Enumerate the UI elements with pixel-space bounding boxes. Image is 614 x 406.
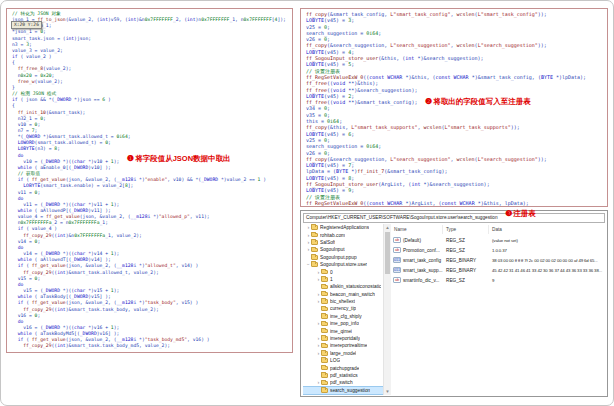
value-type: REG_SZ bbox=[443, 238, 489, 243]
tree-item[interactable]: LOG bbox=[303, 357, 383, 364]
tree-item[interactable]: search_suggestion bbox=[303, 387, 383, 394]
tree-item[interactable]: ›imereportrealtime bbox=[303, 342, 383, 349]
folder-icon bbox=[311, 225, 318, 230]
tree-item-label: 0 bbox=[330, 270, 333, 275]
tree-item[interactable]: patchupgrade bbox=[303, 364, 383, 371]
folder-icon bbox=[311, 255, 318, 260]
value-type: REG_SZ bbox=[443, 248, 489, 253]
tree-item[interactable]: ›SalSoft bbox=[303, 239, 383, 246]
tree-item[interactable]: ›ime_pop_info bbox=[303, 320, 383, 327]
folder-icon bbox=[321, 270, 328, 275]
code-line: ff_RegSetValueExW_0((const WCHAR *)ArgLi… bbox=[306, 200, 607, 206]
tree-item-label: beacon_main_switch bbox=[330, 292, 375, 297]
tree-item[interactable]: ›SogouInput bbox=[303, 246, 383, 253]
tree-item[interactable]: ›1 bbox=[303, 276, 383, 283]
scrollbar-thumb[interactable] bbox=[385, 232, 390, 274]
column-header-name[interactable]: Name bbox=[391, 225, 443, 234]
tree-item-label: pdf_switch bbox=[330, 380, 353, 385]
folder-icon bbox=[311, 240, 318, 245]
folder-icon bbox=[321, 329, 328, 334]
tree-item-label: SalSoft bbox=[320, 240, 335, 245]
tree-item[interactable]: ime_cfg_shiply bbox=[303, 313, 383, 320]
folder-icon bbox=[321, 314, 328, 319]
value-data: 1.0.0.37 bbox=[489, 248, 605, 253]
tree-item[interactable]: ›imereportdaily bbox=[303, 335, 383, 342]
folder-icon bbox=[311, 262, 318, 267]
tree-item[interactable]: ›beacon_main_switch bbox=[303, 291, 383, 298]
tree-item[interactable]: allskin_statusiconostatic bbox=[303, 283, 383, 290]
circled-one-icon: ❶ bbox=[127, 154, 134, 163]
registry-value-list: Name Type Data ab(Default)REG_SZ(value n… bbox=[391, 224, 605, 395]
registry-value-row[interactable]: ab(Default)REG_SZ(value not set) bbox=[391, 235, 605, 245]
value-type: REG_BINARY bbox=[443, 268, 489, 273]
folder-icon bbox=[321, 366, 328, 371]
tree-item[interactable]: ime_qimei bbox=[303, 327, 383, 334]
folder-icon bbox=[321, 307, 328, 312]
decompiler-panel-registry-write[interactable]: ff_copy(&smart_task_config, L"smart_task… bbox=[300, 8, 608, 207]
tree-item[interactable]: ›SogouInput.store.user bbox=[303, 261, 383, 268]
tree-item[interactable]: ›large_model bbox=[303, 350, 383, 357]
tree-item-label: bic_shellext bbox=[330, 299, 355, 304]
folder-icon bbox=[321, 351, 328, 356]
tree-item[interactable]: SogouInput.ppup bbox=[303, 254, 383, 261]
value-data: 38 03 00 00 ff ff ff 7f 2c 00 02 00 02 0… bbox=[489, 258, 605, 263]
folder-icon bbox=[321, 277, 328, 282]
scroll-down-icon[interactable]: ▼ bbox=[384, 388, 391, 395]
tree-item-label: patchupgrade bbox=[330, 366, 359, 371]
tree-item-label: LOG bbox=[330, 358, 340, 363]
position-tooltip: X:20 Y:26 bbox=[11, 21, 42, 29]
tree-item[interactable]: pdf_statistics bbox=[303, 372, 383, 379]
folder-icon bbox=[321, 373, 328, 378]
screenshot-frame: // 转化为 JSON 对象json_1 = ff_to_json(&value… bbox=[0, 0, 614, 406]
scroll-up-icon[interactable]: ▲ bbox=[384, 224, 391, 231]
tree-item[interactable]: ›bic_shellext bbox=[303, 298, 383, 305]
folder-icon bbox=[321, 299, 328, 304]
value-name: smartinfo_dic_v... bbox=[403, 278, 439, 283]
tree-item[interactable]: ›rohitab.com bbox=[303, 231, 383, 238]
tree-item-label: ime_cfg_shiply bbox=[330, 314, 362, 319]
binary-value-icon: 011 bbox=[393, 267, 401, 273]
value-name: Promotion_conf... bbox=[403, 248, 440, 253]
tree-item[interactable]: currency_tip bbox=[303, 305, 383, 312]
value-data: (value not set) bbox=[489, 238, 605, 243]
registry-value-row[interactable]: 011smart_task_configREG_BINARY38 03 00 0… bbox=[391, 255, 605, 265]
code-line: json_1 = ff_to_json(&value_2, (int)v59, … bbox=[12, 17, 292, 23]
value-type: REG_BINARY bbox=[443, 258, 489, 263]
tree-scrollbar[interactable]: ▲ ▼ bbox=[383, 224, 391, 395]
folder-icon bbox=[321, 344, 328, 349]
binary-value-icon: 011 bbox=[393, 257, 401, 263]
string-value-icon: ab bbox=[393, 237, 401, 243]
string-value-icon: ab bbox=[393, 277, 401, 283]
tree-item-label: ime_qimei bbox=[330, 329, 352, 334]
tree-item[interactable]: ›pdf_switch bbox=[303, 379, 383, 386]
registry-value-row[interactable]: absmartinfo_dic_v...REG_SZ9 bbox=[391, 275, 605, 285]
folder-icon bbox=[311, 248, 318, 253]
folder-icon bbox=[311, 233, 318, 238]
column-header-type[interactable]: Type bbox=[443, 225, 489, 234]
folder-icon bbox=[321, 381, 328, 386]
circled-two-icon: ❷ bbox=[425, 97, 432, 106]
circled-three-icon: ❸ bbox=[505, 209, 512, 218]
value-name: (Default) bbox=[403, 238, 421, 243]
tree-item-label: rohitab.com bbox=[320, 233, 345, 238]
tree-item-label: imereportdaily bbox=[330, 336, 360, 341]
folder-icon bbox=[321, 358, 328, 363]
registry-address-bar[interactable]: Computer\HKEY_CURRENT_USER\SOFTWARE\Sogo… bbox=[303, 213, 605, 223]
folder-icon bbox=[321, 322, 328, 327]
tree-item-label: RegisteredApplications bbox=[320, 225, 369, 230]
registry-value-row[interactable]: abPromotion_conf...REG_SZ1.0.0.37 bbox=[391, 245, 605, 255]
tree-item-label: search_suggestion bbox=[330, 388, 370, 393]
registry-tree[interactable]: ›RegisteredApplications›rohitab.com›SalS… bbox=[303, 224, 383, 395]
tree-item-label: SogouInput.ppup bbox=[320, 255, 357, 260]
decompiler-panel-json-parse[interactable]: // 转化为 JSON 对象json_1 = ff_to_json(&value… bbox=[6, 8, 293, 353]
annotation-3: ❸注册表 bbox=[505, 209, 536, 218]
tree-item[interactable]: ›0 bbox=[303, 268, 383, 275]
registry-value-row[interactable]: 011smart_task_supp...REG_BINARY45 42 42 … bbox=[391, 265, 605, 275]
value-name: smart_task_supp... bbox=[403, 268, 443, 273]
registry-value-rows: ab(Default)REG_SZ(value not set)abPromot… bbox=[391, 235, 605, 285]
tree-item-label: 1 bbox=[330, 277, 333, 282]
tree-item[interactable]: ›RegisteredApplications bbox=[303, 224, 383, 231]
column-header-data[interactable]: Data bbox=[489, 225, 605, 234]
value-name: smart_task_config bbox=[403, 258, 441, 263]
value-data: 45 42 42 31 41 46 41 33 42 30 36 37 44 4… bbox=[489, 268, 605, 273]
